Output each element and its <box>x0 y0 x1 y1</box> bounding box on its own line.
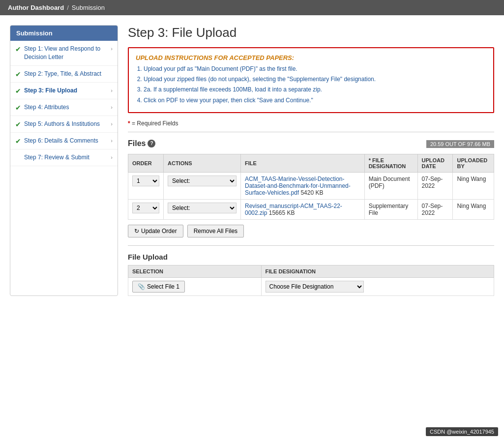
col-order: ORDER <box>128 154 164 172</box>
instruction-item-2: Upload your zipped files (do not unpack)… <box>144 75 486 84</box>
files-table: ORDER ACTIONS FILE * FILE DESIGNATION UP… <box>128 154 494 220</box>
chevron-right-icon: › <box>111 46 113 52</box>
checkmark-icon: ✔ <box>15 120 21 128</box>
file-upload-row: 📎 Select File 1 Choose File Designation <box>128 277 494 295</box>
file-link-2[interactable]: Revised_manuscript-ACM_TAAS-22-0002.zip <box>245 203 342 216</box>
sidebar-title: Submission <box>10 26 118 41</box>
action-select-1[interactable]: Select: <box>168 176 237 186</box>
chevron-right-icon: › <box>111 88 113 93</box>
col-actions: ACTIONS <box>164 154 241 172</box>
main-content: Step 3: File Upload UPLOAD INSTRUCTIONS … <box>128 25 494 296</box>
col-upload-date: UPLOAD DATE <box>417 154 453 172</box>
checkmark-icon: ✔ <box>15 87 21 95</box>
checkmark-icon: ✔ <box>15 70 21 78</box>
paperclip-icon: 📎 <box>138 283 145 290</box>
col-file-designation: FILE DESIGNATION <box>261 265 494 277</box>
sidebar-item-label: Step 5: Authors & Institutions <box>24 120 109 128</box>
checkmark-icon: ✔ <box>15 137 21 145</box>
storage-badge: 20.59 OUT OF 97.66 MB <box>426 140 494 148</box>
file-upload-title: File Upload <box>128 253 494 261</box>
action-select-2[interactable]: Select: <box>168 203 237 213</box>
table-row: 2Select:Revised_manuscript-ACM_TAAS-22-0… <box>128 199 494 219</box>
files-section: Files ? 20.59 OUT OF 97.66 MB ORDER ACTI… <box>128 139 494 237</box>
sidebar-item-label: Step 3: File Upload <box>24 87 109 95</box>
file-designation-2: Supplementary File <box>364 199 417 219</box>
file-designation-select[interactable]: Choose File Designation <box>266 281 364 293</box>
update-order-button[interactable]: ↻ Update Order <box>128 225 183 237</box>
breadcrumb-current: Submission <box>72 4 105 11</box>
topbar: Author Dashboard / Submission <box>0 0 504 15</box>
col-designation: * FILE DESIGNATION <box>364 154 417 172</box>
col-file: FILE <box>241 154 365 172</box>
upload-date-1: 07-Sep-2022 <box>417 172 453 199</box>
table-row: 1Select:ACM_TAAS-Marine-Vessel-Detection… <box>128 172 494 199</box>
sidebar-item-step4[interactable]: ✔Step 4: Attributes› <box>10 99 118 116</box>
order-select-2[interactable]: 2 <box>132 203 159 213</box>
sidebar-item-label: Step 1: View and Respond to Decision Let… <box>24 45 109 61</box>
page-layout: Submission ✔Step 1: View and Respond to … <box>0 15 504 306</box>
chevron-right-icon: › <box>111 138 113 144</box>
select-file-button[interactable]: 📎 Select File 1 <box>132 281 185 293</box>
sidebar-item-label: Step 4: Attributes <box>24 103 109 112</box>
col-uploaded-by: UPLOADED BY <box>453 154 494 172</box>
chevron-right-icon: › <box>111 154 113 160</box>
refresh-icon: ↻ <box>134 228 139 235</box>
sidebar-item-step6[interactable]: ✔Step 6: Details & Comments› <box>10 133 118 149</box>
file-upload-table: SELECTION FILE DESIGNATION 📎 Select File… <box>128 265 494 296</box>
chevron-right-icon: › <box>111 104 113 110</box>
remove-all-files-button[interactable]: Remove All Files <box>187 225 244 237</box>
file-upload-section: File Upload SELECTION FILE DESIGNATION 📎… <box>128 253 494 296</box>
sidebar-item-step7[interactable]: ✔Step 7: Review & Submit› <box>10 149 118 166</box>
instruction-item-3: 2a. If a supplemental file exceeds 100MB… <box>144 85 486 94</box>
sidebar-item-label: Step 2: Type, Title, & Abstract <box>24 70 113 78</box>
sidebar-item-step1[interactable]: ✔Step 1: View and Respond to Decision Le… <box>10 41 118 66</box>
uploaded-by-2: Ning Wang <box>453 199 494 219</box>
files-info-icon[interactable]: ? <box>148 140 155 147</box>
dashboard-link[interactable]: Author Dashboard <box>8 4 64 11</box>
sidebar-item-step3[interactable]: ✔Step 3: File Upload› <box>10 83 118 99</box>
sidebar-item-label: Step 6: Details & Comments <box>24 137 109 145</box>
chevron-right-icon: › <box>111 121 113 127</box>
order-select-1[interactable]: 1 <box>132 176 159 186</box>
sidebar-item-step2[interactable]: ✔Step 2: Type, Title, & Abstract <box>10 66 118 83</box>
instructions-box: UPLOAD INSTRUCTIONS FOR ACCEPTED PAPERS:… <box>128 47 494 113</box>
sidebar-item-step5[interactable]: ✔Step 5: Authors & Institutions› <box>10 116 118 133</box>
divider <box>128 132 494 132</box>
divider2 <box>128 245 494 246</box>
step-title: Step 3: File Upload <box>128 25 494 40</box>
instructions-title: UPLOAD INSTRUCTIONS FOR ACCEPTED PAPERS: <box>136 54 486 61</box>
instructions-list: Upload your pdf as "Main Document (PDF)"… <box>136 64 486 105</box>
sidebar-item-label: Step 7: Review & Submit <box>24 153 109 162</box>
file-link-1[interactable]: ACM_TAAS-Marine-Vessel-Detection-Dataset… <box>245 176 351 196</box>
uploaded-by-1: Ning Wang <box>453 172 494 199</box>
instruction-item-4: Click on PDF to view your paper, then cl… <box>144 96 486 105</box>
file-designation-1: Main Document (PDF) <box>364 172 417 199</box>
upload-date-2: 07-Sep-2022 <box>417 199 453 219</box>
breadcrumb-sep: / <box>67 4 69 11</box>
checkmark-icon: ✔ <box>15 104 21 112</box>
files-buttons: ↻ Update Order Remove All Files <box>128 225 494 237</box>
files-header: Files ? <box>128 139 155 148</box>
instruction-item-1: Upload your pdf as "Main Document (PDF)"… <box>144 64 486 74</box>
required-note: * = Required Fields <box>128 120 494 127</box>
checkmark-icon: ✔ <box>15 45 21 53</box>
sidebar: Submission ✔Step 1: View and Respond to … <box>10 25 118 296</box>
col-selection: SELECTION <box>128 265 262 277</box>
